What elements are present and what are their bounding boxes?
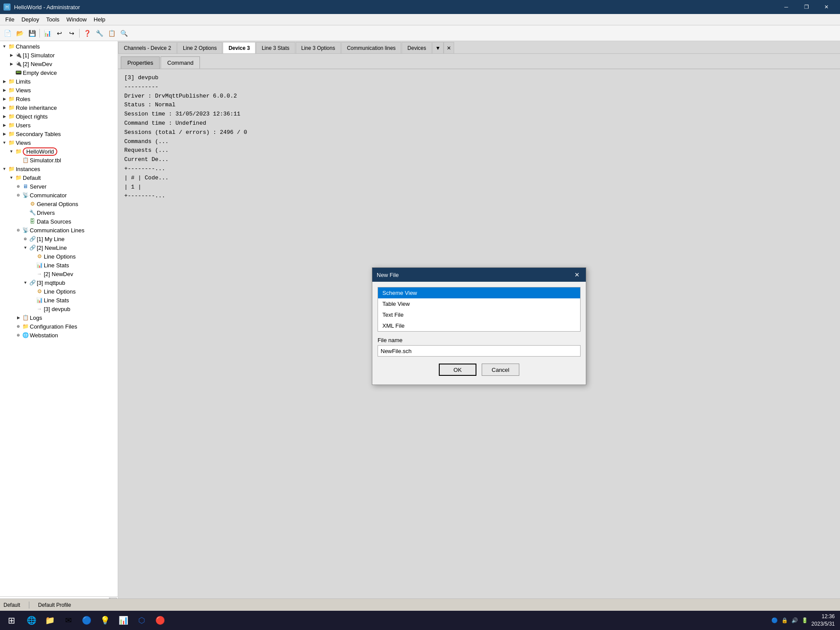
modal-filetype-tableview[interactable]: Table View xyxy=(378,298,580,309)
tree-item-webstation[interactable]: ⊕ 🌐 Webstation xyxy=(0,331,118,340)
tree-item-devpub[interactable]: → [3] devpub xyxy=(0,304,118,313)
toolbar-undo[interactable]: ↩ xyxy=(54,28,65,39)
tree-item-lineoptions-newline[interactable]: ⚙ Line Options xyxy=(0,252,118,261)
expand-webstation[interactable]: ⊕ xyxy=(15,332,22,339)
tree-item-secondarytables[interactable]: ▶ 📁 Secondary Tables xyxy=(0,130,118,138)
modal-filetype-xmlfile[interactable]: XML File xyxy=(378,320,580,331)
expand-newline[interactable]: ▼ xyxy=(22,244,29,251)
tab-close-all[interactable]: ✕ xyxy=(444,42,454,53)
tab-line3-options[interactable]: Line 3 Options xyxy=(296,42,341,53)
expand-commlines[interactable]: ⊛ xyxy=(15,227,22,234)
tree-item-roleinheritance[interactable]: ▶ 📁 Role inheritance xyxy=(0,103,118,112)
tree-item-newdev[interactable]: ▶ 🔌 [2] NewDev xyxy=(0,60,118,68)
start-button[interactable]: ⊞ xyxy=(2,611,21,630)
expand-communicator[interactable]: ⊛ xyxy=(15,192,22,199)
tree-item-objectrights[interactable]: ▶ 📁 Object rights xyxy=(0,112,118,121)
tab-communication-lines[interactable]: Communication lines xyxy=(341,42,401,53)
toolbar-redo[interactable]: ↪ xyxy=(66,28,77,39)
toolbar-help[interactable]: ❓ xyxy=(81,28,93,39)
toolbar-open[interactable]: 📂 xyxy=(14,28,25,39)
taskbar-icon-store[interactable]: 📊 xyxy=(115,611,132,630)
tab-channels-device2[interactable]: Channels - Device 2 xyxy=(118,42,177,53)
tree-item-communicator[interactable]: ⊛ 📡 Communicator xyxy=(0,191,118,200)
toolbar-settings[interactable]: 🔧 xyxy=(94,28,105,39)
tree-item-commlines[interactable]: ⊛ 📡 Communication Lines xyxy=(0,226,118,234)
toolbar-chart[interactable]: 📊 xyxy=(42,28,53,39)
tree-item-drivers[interactable]: 🔧 Drivers xyxy=(0,208,118,217)
expand-limits[interactable]: ▶ xyxy=(1,78,8,85)
expand-instances[interactable]: ▼ xyxy=(1,165,8,172)
expand-logs[interactable]: ▶ xyxy=(15,314,22,321)
toolbar-new[interactable]: 📄 xyxy=(2,28,13,39)
expand-simulator[interactable]: ▶ xyxy=(8,52,15,59)
expand-views1[interactable]: ▶ xyxy=(1,87,8,94)
tree-item-generaloptions[interactable]: ⚙ General Options xyxy=(0,200,118,208)
expand-myline[interactable]: ⊕ xyxy=(22,235,29,242)
tree-item-linestats-mqttpub[interactable]: 📊 Line Stats xyxy=(0,296,118,304)
tab-overflow[interactable]: ▼ xyxy=(432,42,444,53)
taskbar-icon-browser[interactable]: 🌐 xyxy=(23,611,40,630)
close-button[interactable]: ✕ xyxy=(816,0,836,14)
taskbar-icon-tips[interactable]: 💡 xyxy=(96,611,114,630)
menu-tools[interactable]: Tools xyxy=(42,15,63,24)
expand-mqttpub[interactable]: ▼ xyxy=(22,279,29,286)
tree-item-mqttpub[interactable]: ▼ 🔗 [3] mqttpub xyxy=(0,278,118,287)
expand-newdev[interactable]: ▶ xyxy=(8,60,15,67)
modal-filetype-schemeview[interactable]: Scheme View xyxy=(378,287,580,298)
tab-line3-stats[interactable]: Line 3 Stats xyxy=(256,42,295,53)
filename-input[interactable] xyxy=(378,345,581,357)
expand-server[interactable]: ⊕ xyxy=(15,183,22,190)
taskbar-icon-powershell[interactable]: ⬡ xyxy=(133,611,150,630)
tree-item-limits[interactable]: ▶ 📁 Limits xyxy=(0,77,118,86)
expand-configfiles[interactable]: ⊕ xyxy=(15,323,22,330)
modal-ok-button[interactable]: OK xyxy=(439,364,476,376)
toolbar-search[interactable]: 🔍 xyxy=(118,28,130,39)
expand-views2[interactable]: ▼ xyxy=(1,139,8,146)
tree-item-helloworld[interactable]: ▼ 📁 HelloWorld xyxy=(0,147,118,156)
taskbar-time[interactable]: 12:36 2023/5/31 xyxy=(812,613,835,628)
menu-deploy[interactable]: Deploy xyxy=(18,15,42,24)
tree-item-emptydevice[interactable]: 📟 Empty device xyxy=(0,68,118,77)
menu-window[interactable]: Window xyxy=(63,15,90,24)
expand-secondarytables[interactable]: ▶ xyxy=(1,130,8,137)
expand-roles[interactable]: ▶ xyxy=(1,95,8,102)
expand-objectrights[interactable]: ▶ xyxy=(1,113,8,120)
menu-file[interactable]: File xyxy=(2,15,18,24)
expand-default[interactable]: ▼ xyxy=(8,174,15,181)
tree-scroll-down[interactable]: ▼ xyxy=(110,598,117,598)
menu-help[interactable]: Help xyxy=(90,15,109,24)
tab-device3[interactable]: Device 3 xyxy=(223,42,256,53)
taskbar-icon-explorer[interactable]: 📁 xyxy=(41,611,59,630)
tree-item-simulator[interactable]: ▶ 🔌 [1] Simulator xyxy=(0,51,118,60)
tree-item-instances[interactable]: ▼ 📁 Instances xyxy=(0,164,118,173)
taskbar-icon-app[interactable]: 🔴 xyxy=(151,611,169,630)
tree-item-logs[interactable]: ▶ 📋 Logs xyxy=(0,313,118,322)
tree-item-newline[interactable]: ▼ 🔗 [2] NewLine xyxy=(0,243,118,252)
tree-item-lineoptions-mqttpub[interactable]: ⚙ Line Options xyxy=(0,287,118,296)
tree-item-linestats-newline[interactable]: 📊 Line Stats xyxy=(0,261,118,270)
tree-item-roles[interactable]: ▶ 📁 Roles xyxy=(0,94,118,103)
modal-close-button[interactable]: ✕ xyxy=(573,270,581,279)
toolbar-save[interactable]: 💾 xyxy=(26,28,38,39)
toolbar-clipboard[interactable]: 📋 xyxy=(106,28,117,39)
taskbar-icon-mail[interactable]: ✉ xyxy=(60,611,77,630)
taskbar-icon-edge[interactable]: 🔵 xyxy=(78,611,95,630)
tree-item-default[interactable]: ▼ 📁 Default xyxy=(0,173,118,182)
modal-filetype-textfile[interactable]: Text File xyxy=(378,309,580,320)
tree-item-configfiles[interactable]: ⊕ 📁 Configuration Files xyxy=(0,322,118,331)
minimize-button[interactable]: ─ xyxy=(776,0,796,14)
restore-button[interactable]: ❐ xyxy=(796,0,816,14)
tree-item-channels[interactable]: ▼ 📁 Channels xyxy=(0,42,118,51)
tree-item-datasources[interactable]: 🗄 Data Sources xyxy=(0,217,118,226)
tree-item-users[interactable]: ▶ 📁 Users xyxy=(0,121,118,130)
tree-item-newdev-line2[interactable]: → [2] NewDev xyxy=(0,270,118,278)
tree-container[interactable]: ▼ 📁 Channels ▶ 🔌 [1] Simulator ▶ 🔌 [2] N… xyxy=(0,41,118,596)
tab-line2-options[interactable]: Line 2 Options xyxy=(177,42,222,53)
expand-helloworld[interactable]: ▼ xyxy=(8,148,15,155)
tab-devices[interactable]: Devices xyxy=(402,42,432,53)
tree-item-simulatortbl[interactable]: 📋 Simulator.tbl xyxy=(0,156,118,164)
tree-item-server[interactable]: ⊕ 🖥 Server xyxy=(0,182,118,191)
expand-users[interactable]: ▶ xyxy=(1,122,8,129)
modal-cancel-button[interactable]: Cancel xyxy=(482,364,519,376)
expand-channels[interactable]: ▼ xyxy=(1,43,8,50)
